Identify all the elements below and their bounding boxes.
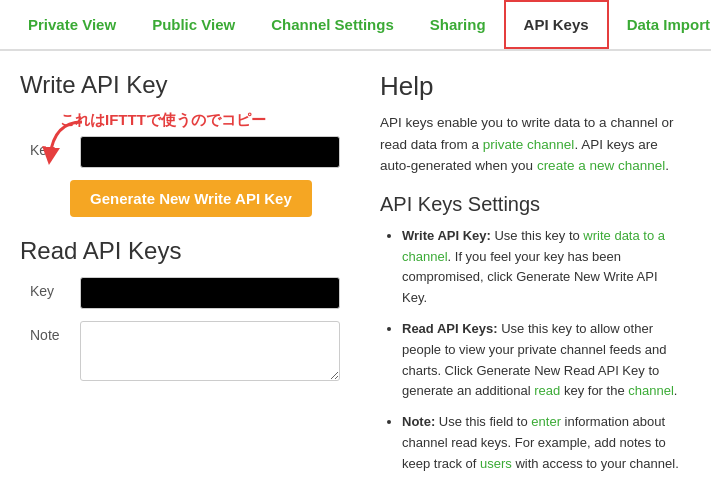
bullet-write-api-key: Write API Key: Use this key to write dat… — [402, 226, 681, 309]
help-title: Help — [380, 71, 681, 102]
enter-link[interactable]: enter — [531, 414, 561, 429]
note-row: Note — [20, 321, 340, 381]
read-link[interactable]: read — [534, 383, 560, 398]
write-key-input[interactable] — [80, 136, 340, 168]
bullet-read-api-keys: Read API Keys: Use this key to allow oth… — [402, 319, 681, 402]
read-api-section-title: Read API Keys — [20, 237, 340, 265]
read-key-label: Key — [30, 277, 70, 299]
read-key-input[interactable] — [80, 277, 340, 309]
right-panel: Help API keys enable you to write data t… — [370, 71, 691, 485]
nav-data-import-export[interactable]: Data Import / Export — [609, 2, 711, 47]
nav-channel-settings[interactable]: Channel Settings — [253, 2, 412, 47]
note-textarea[interactable] — [80, 321, 340, 381]
bullet-list: Write API Key: Use this key to write dat… — [380, 226, 681, 475]
nav-private-view[interactable]: Private View — [10, 2, 134, 47]
nav-api-keys[interactable]: API Keys — [504, 0, 609, 49]
users-link[interactable]: users — [480, 456, 512, 471]
generate-write-api-key-button[interactable]: Generate New Write API Key — [70, 180, 312, 217]
api-keys-settings-title: API Keys Settings — [380, 193, 681, 216]
note-label: Note — [30, 321, 70, 343]
bullet-note: Note: Use this field to enter informatio… — [402, 412, 681, 474]
private-channel-link[interactable]: private channel — [483, 137, 575, 152]
left-panel: Write API Key これはIFTTTで使うのでコピー Key Gener… — [10, 71, 350, 485]
help-intro-text: API keys enable you to write data to a c… — [380, 112, 681, 177]
nav-sharing[interactable]: Sharing — [412, 2, 504, 47]
arrow-icon — [34, 118, 94, 168]
read-key-row: Key — [20, 277, 340, 309]
create-channel-link[interactable]: create a new channel — [537, 158, 665, 173]
write-api-section-title: Write API Key — [20, 71, 340, 99]
nav-bar: Private View Public View Channel Setting… — [0, 0, 711, 51]
main-content: Write API Key これはIFTTTで使うのでコピー Key Gener… — [0, 51, 711, 501]
nav-public-view[interactable]: Public View — [134, 2, 253, 47]
channel-link[interactable]: channel — [628, 383, 674, 398]
